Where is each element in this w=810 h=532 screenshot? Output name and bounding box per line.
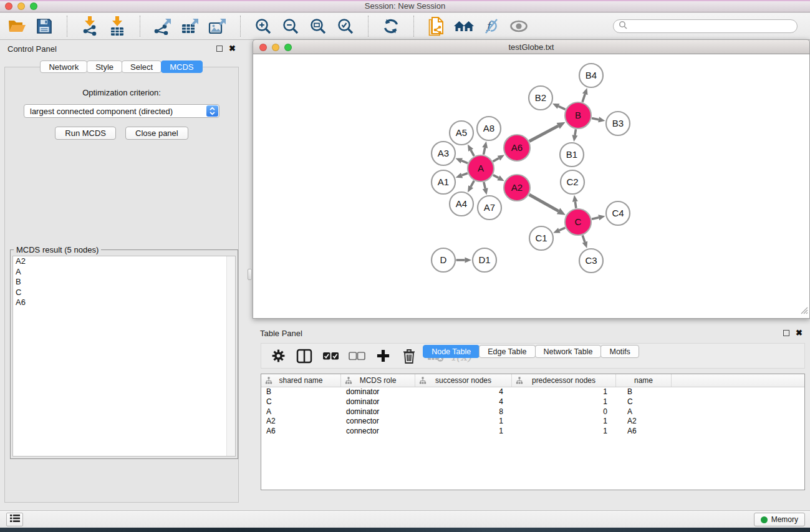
graph-edge-B-B2[interactable] — [559, 106, 566, 109]
network-graph[interactable]: B4B2BB3A5A8A6B1A3AA1C2A2A4A7C4CC1C3DD1 — [253, 54, 809, 317]
tab-network[interactable]: Network — [40, 60, 87, 73]
save-icon[interactable] — [34, 16, 55, 37]
graph-edge-C-C1[interactable] — [559, 228, 566, 230]
zoom-in-icon[interactable] — [253, 16, 274, 37]
graph-node-A6[interactable]: A6 — [504, 135, 530, 161]
graph-edge-A-A1[interactable] — [462, 173, 468, 175]
svg-text:B: B — [575, 110, 581, 120]
table-float-panel-icon[interactable] — [783, 330, 789, 336]
session-title: Session: New Session — [0, 1, 810, 11]
graph-edge-B-B3[interactable] — [592, 118, 599, 119]
close-panel-icon[interactable]: ✖ — [229, 46, 236, 52]
graph-edge-A-A3[interactable] — [461, 161, 468, 163]
export-network-icon[interactable] — [152, 16, 173, 37]
tab-select[interactable]: Select — [122, 60, 162, 73]
memory-button[interactable]: Memory — [754, 513, 805, 526]
tab-network-table[interactable]: Network Table — [535, 345, 602, 358]
table-panel: Table Panel ✖ f(x) shared nameMCDS roles… — [253, 324, 810, 510]
search-input[interactable] — [630, 22, 792, 31]
graph-node-B4[interactable]: B4 — [579, 64, 603, 87]
result-list-item[interactable]: C — [13, 288, 235, 298]
result-list-item[interactable]: A6 — [13, 297, 235, 308]
task-history-button[interactable] — [6, 513, 23, 526]
open-folder-icon[interactable] — [6, 16, 27, 37]
tab-motifs[interactable]: Motifs — [600, 345, 639, 358]
graph-edge-B-B4[interactable] — [582, 94, 585, 102]
graph-node-B2[interactable]: B2 — [529, 86, 552, 110]
style-off-icon[interactable]: f — [481, 16, 502, 37]
float-panel-icon[interactable] — [216, 46, 223, 52]
zoom-out-icon[interactable] — [280, 16, 301, 37]
table-close-panel-icon[interactable]: ✖ — [796, 330, 803, 336]
graph-node-A1[interactable]: A1 — [432, 170, 455, 194]
result-list-item[interactable]: A — [13, 267, 235, 278]
graph-node-C[interactable]: C — [565, 209, 591, 235]
tab-node-table[interactable]: Node Table — [423, 345, 480, 358]
graph-node-A5[interactable]: A5 — [450, 121, 473, 145]
graph-edge-A-A5[interactable] — [471, 150, 474, 157]
result-list-item[interactable]: B — [13, 277, 235, 288]
result-scrollbar[interactable] — [226, 256, 235, 456]
graph-edge-C-C2[interactable] — [575, 201, 576, 208]
graph-edge-A6-B[interactable] — [529, 126, 558, 142]
graph-edge-A-A2[interactable] — [493, 175, 499, 178]
resize-grip-icon[interactable] — [799, 306, 808, 317]
graph-node-B[interactable]: B — [565, 102, 591, 128]
search-box[interactable] — [613, 19, 798, 33]
graph-node-B1[interactable]: B1 — [560, 143, 584, 167]
graph-node-D1[interactable]: D1 — [473, 248, 496, 272]
network-window-titlebar[interactable]: testGlobe.txt — [253, 39, 810, 54]
window-titlebar: Session: New Session — [0, 0, 810, 12]
export-table-icon[interactable] — [180, 16, 201, 37]
tab-style[interactable]: Style — [87, 60, 122, 73]
graph-edge-C-C4[interactable] — [592, 218, 599, 219]
svg-text:A8: A8 — [483, 123, 494, 133]
tab-mcds[interactable]: MCDS — [161, 60, 202, 73]
mcds-result-list[interactable]: A2ABCA6 — [12, 256, 236, 457]
graph-node-A4[interactable]: A4 — [450, 192, 473, 216]
run-mcds-button[interactable]: Run MCDS — [55, 127, 116, 140]
graph-node-C2[interactable]: C2 — [561, 170, 584, 194]
result-list-item[interactable]: A2 — [13, 256, 235, 267]
main-toolbar-groups: f — [6, 16, 529, 37]
graph-edge-A-A6[interactable] — [493, 158, 499, 162]
graph-node-A7[interactable]: A7 — [478, 196, 501, 220]
graph-node-A[interactable]: A — [468, 155, 494, 181]
graph-edge-C-C3[interactable] — [582, 235, 585, 242]
graph-edge-A-A7[interactable] — [484, 182, 485, 188]
graph-node-C4[interactable]: C4 — [606, 201, 630, 225]
mcds-result-groupbox: MCDS result (5 nodes) A2ABCA6 — [10, 249, 238, 459]
overview-document-icon[interactable] — [426, 16, 447, 37]
graph-node-A8[interactable]: A8 — [477, 117, 501, 140]
graph-edge-arrowhead — [482, 142, 488, 148]
graph-edge-B-B1[interactable] — [575, 129, 576, 135]
svg-text:D1: D1 — [478, 254, 490, 265]
import-table-icon[interactable] — [107, 16, 128, 37]
graph-node-B3[interactable]: B3 — [606, 112, 630, 135]
graph-edge-arrowhead — [456, 173, 463, 178]
network-canvas[interactable]: B4B2BB3A5A8A6B1A3AA1C2A2A4A7C4CC1C3DD1 — [253, 54, 810, 319]
search-icon — [619, 21, 627, 32]
import-network-icon[interactable] — [79, 16, 100, 37]
export-image-icon[interactable] — [207, 16, 228, 37]
refresh-icon[interactable] — [380, 16, 402, 37]
graph-node-C3[interactable]: C3 — [579, 249, 603, 273]
zoom-fit-icon[interactable] — [307, 16, 329, 37]
graph-node-A3[interactable]: A3 — [432, 142, 455, 165]
zoom-selected-icon[interactable] — [335, 16, 356, 37]
split-divider-handle[interactable] — [248, 269, 252, 280]
application-window: Session: New Session f Control Panel ✖ N… — [0, 0, 810, 532]
svg-text:B2: B2 — [535, 92, 546, 103]
graph-node-D[interactable]: D — [432, 248, 455, 272]
graph-node-C1[interactable]: C1 — [529, 226, 553, 250]
graph-edge-A2-C[interactable] — [529, 195, 559, 211]
graph-node-A2[interactable]: A2 — [504, 175, 530, 201]
criterion-dropdown[interactable]: largest connected component (directed) — [24, 104, 219, 118]
tab-edge-table[interactable]: Edge Table — [479, 345, 535, 358]
eye-icon[interactable] — [508, 16, 529, 37]
toolbar-separator — [368, 16, 369, 37]
graph-edge-A-A4[interactable] — [471, 181, 474, 187]
graph-edge-A-A8[interactable] — [483, 148, 485, 155]
close-panel-button[interactable]: Close panel — [125, 127, 188, 140]
home-double-icon[interactable] — [453, 16, 475, 37]
